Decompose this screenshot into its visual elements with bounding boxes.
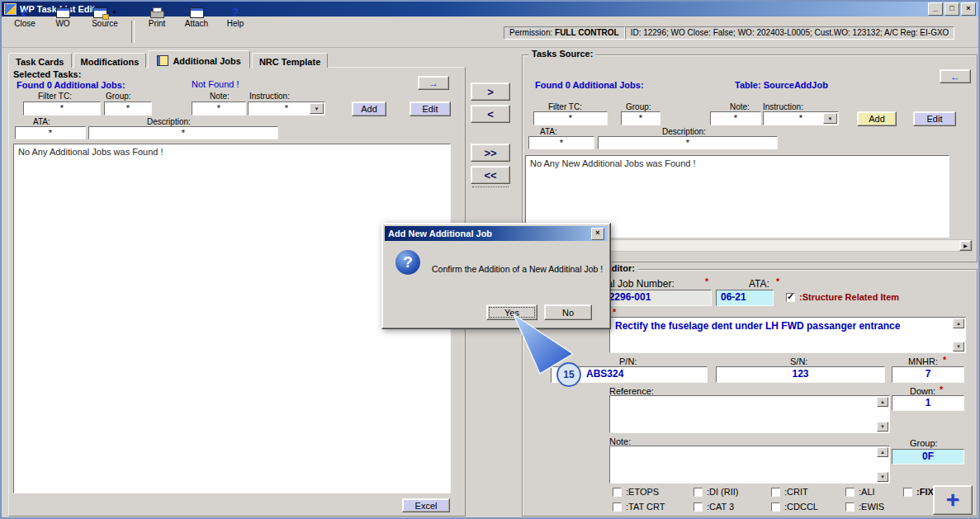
editor-ata-field[interactable]: 06-21	[716, 290, 774, 306]
note-input[interactable]: *	[192, 101, 246, 116]
crit-label: :CRIT	[784, 487, 808, 497]
arrow-left-icon: ←	[950, 72, 960, 82]
toolbar-wo-button[interactable]: WO	[43, 3, 83, 31]
source-instruction-select[interactable]: * ▼	[763, 111, 839, 125]
reference-box[interactable]: ▲ ▼	[609, 395, 890, 433]
dialog-yes-button[interactable]: Yes	[486, 304, 537, 320]
editor-description-box[interactable]: Rectify the fuselage dent under LH FWD p…	[609, 317, 966, 353]
close-window-button[interactable]: ×	[961, 2, 976, 16]
down-field[interactable]: 1	[892, 395, 964, 411]
instruction-select[interactable]: * ▼	[248, 101, 325, 116]
description-filter-input[interactable]: *	[88, 126, 278, 139]
dialog-close-button[interactable]: ×	[591, 228, 604, 240]
ali-checkbox-row: :ALI	[845, 487, 875, 497]
description-scroll-up-icon[interactable]: ▲	[953, 318, 964, 328]
toolbar-source-button[interactable]: ▼ Source	[81, 3, 129, 31]
selected-edit-button[interactable]: Edit	[410, 101, 451, 116]
cdccl-checkbox[interactable]	[771, 502, 780, 512]
di-rii-checkbox[interactable]	[694, 488, 703, 497]
mnhr-label: MNHR:	[908, 356, 938, 366]
mnhr-required-mark: *	[943, 355, 946, 365]
reference-scroll-up-icon[interactable]: ▲	[877, 397, 888, 407]
dialog-title-bar[interactable]: Add New Additional Job ×	[385, 226, 608, 241]
editor-note-box[interactable]: ▲ ▼	[609, 446, 890, 484]
move-all-right-button[interactable]: >>	[471, 144, 510, 162]
toolbar-print-button[interactable]: Print	[137, 3, 177, 31]
source-description-filter-input[interactable]: *	[598, 136, 778, 149]
filter-tc-input[interactable]: *	[23, 101, 101, 116]
tat-crt-checkbox-row: :TAT CRT	[613, 502, 665, 512]
cat3-checkbox[interactable]	[694, 502, 703, 512]
source-edit-button[interactable]: Edit	[913, 111, 956, 126]
move-to-source-button[interactable]: →	[418, 76, 449, 90]
ata-required-mark: *	[776, 276, 779, 286]
selected-add-button[interactable]: Add	[352, 101, 386, 116]
ali-label: :ALI	[859, 487, 875, 497]
etops-label: :ETOPS	[626, 487, 659, 497]
group-input[interactable]: *	[104, 101, 152, 116]
down-required-mark: *	[940, 385, 943, 394]
selected-found-count: Found 0 Additional Jobs:	[17, 80, 125, 90]
cat3-label: :CAT 3	[707, 502, 734, 512]
source-ata-filter-input[interactable]: *	[528, 136, 594, 149]
work-order-icon	[56, 7, 70, 18]
sn-field[interactable]: 123	[716, 366, 885, 383]
ewis-checkbox[interactable]	[845, 502, 855, 512]
maximize-button[interactable]: □	[944, 2, 959, 16]
tab-nrc-template[interactable]: NRC Template	[252, 53, 328, 68]
tat-crt-label: :TAT CRT	[626, 502, 665, 512]
ali-checkbox[interactable]	[845, 488, 855, 497]
source-add-button[interactable]: Add	[857, 111, 897, 126]
tab-additional-jobs-label: Additional Jobs	[173, 56, 241, 66]
minimize-button[interactable]: _	[928, 2, 943, 16]
sn-label: S/N:	[790, 356, 807, 366]
pn-field[interactable]: ABS324	[551, 366, 708, 383]
crit-checkbox[interactable]	[771, 488, 780, 497]
move-left-button[interactable]: <	[471, 105, 510, 123]
source-dropdown-icon[interactable]: ▼	[112, 10, 117, 15]
note-scroll-down-icon[interactable]: ▼	[877, 472, 888, 482]
editor-description-text: Rectify the fuselage dent under LH FWD p…	[610, 318, 965, 332]
toolbar-print-label: Print	[149, 19, 166, 28]
editor-group-field[interactable]: 0F	[892, 449, 964, 465]
etops-checkbox[interactable]	[613, 488, 622, 497]
tab-modifications[interactable]: Modifications	[73, 53, 147, 68]
job-number-field[interactable]: 12296-001	[600, 290, 712, 306]
source-filter-tc-input[interactable]: *	[533, 111, 608, 125]
structure-related-checkbox[interactable]: ✓	[786, 293, 795, 302]
selected-tasks-title: Selected Tasks:	[13, 69, 81, 79]
description-scroll-down-icon[interactable]: ▼	[953, 342, 964, 352]
editor-group-label: Group:	[910, 438, 938, 448]
source-group-input[interactable]: *	[621, 111, 660, 125]
excel-button[interactable]: Excel	[402, 498, 450, 512]
mnhr-field[interactable]: 7	[892, 366, 964, 383]
dialog-no-button[interactable]: No	[544, 304, 592, 320]
dialog-title: Add New Additional Job	[388, 229, 492, 238]
move-right-button[interactable]: >	[471, 83, 510, 101]
move-to-selected-button[interactable]: ←	[940, 69, 971, 83]
add-job-plus-button[interactable]: +	[933, 485, 973, 515]
toolbar-attach-button[interactable]: Attach	[177, 3, 216, 31]
tab-task-cards[interactable]: Task Cards	[8, 53, 72, 68]
scroll-right-button[interactable]: ▶	[959, 240, 972, 251]
tat-crt-checkbox[interactable]	[613, 502, 622, 512]
source-note-input[interactable]: *	[710, 111, 761, 125]
transfer-divider	[472, 185, 509, 187]
toolbar-help-button[interactable]: ? Help	[216, 3, 254, 31]
move-all-right-label: >>	[484, 147, 496, 159]
fix-checkbox[interactable]	[903, 488, 912, 497]
tab-additional-jobs[interactable]: Additional Jobs	[148, 50, 250, 68]
source-instruction-dropdown-icon[interactable]: ▼	[823, 113, 837, 124]
filter-tc-label: Filter TC:	[38, 92, 72, 101]
ata-filter-input[interactable]: *	[15, 126, 86, 139]
move-all-left-button[interactable]: <<	[471, 166, 510, 184]
instruction-dropdown-icon[interactable]: ▼	[310, 103, 324, 114]
di-rii-label: :DI (RII)	[707, 487, 739, 497]
note-scroll-up-icon[interactable]: ▲	[877, 447, 888, 457]
source-instruction-value: *	[799, 113, 802, 123]
reference-scroll-down-icon[interactable]: ▼	[877, 422, 888, 432]
source-description-label: Description:	[662, 127, 706, 136]
source-found-count: Found 0 Additional Jobs:	[535, 80, 644, 90]
description-label: Description:	[147, 117, 191, 126]
toolbar-close-button[interactable]: ↙ Close	[5, 3, 45, 31]
